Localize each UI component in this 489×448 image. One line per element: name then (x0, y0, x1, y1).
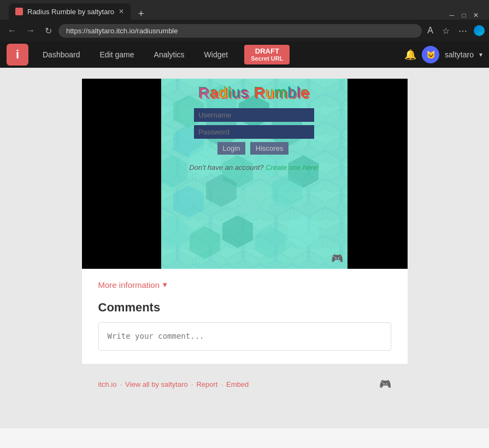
footer-sep-1: · (120, 380, 122, 388)
username-input[interactable] (194, 108, 314, 122)
itch-logo[interactable]: i (7, 44, 28, 66)
dashboard-link[interactable]: Dashboard (33, 42, 90, 68)
forward-btn[interactable]: → (23, 25, 38, 37)
favorites-btn[interactable]: ☆ (440, 25, 452, 37)
more-info-link[interactable]: More information ▾ (98, 280, 391, 290)
tab-favicon (15, 8, 23, 15)
game-frame: Radius Rumble Login Hiscores Don't have … (82, 79, 408, 269)
password-input[interactable] (194, 125, 314, 139)
hex-background (161, 79, 347, 269)
login-btn[interactable]: Login (217, 142, 246, 155)
username-label[interactable]: saltytaro (445, 50, 474, 59)
game-container: Radius Rumble Login Hiscores Don't have … (82, 79, 408, 269)
page-footer: itch.io · View all by saltytaro · Report… (82, 369, 408, 399)
view-all-link[interactable]: View all by saltytaro (125, 380, 188, 388)
edit-game-link[interactable]: Edit game (90, 42, 144, 68)
refresh-btn[interactable]: ↻ (42, 25, 55, 37)
draft-secret-url-btn[interactable]: DRAFT Secret URL (244, 45, 290, 65)
app-nav: i Dashboard Edit game Analytics Widget D… (0, 42, 489, 68)
black-left (82, 79, 161, 269)
dont-have-account: Don't have an account? Create one here! (189, 163, 319, 172)
comments-section: Comments (82, 300, 408, 364)
create-account-link[interactable]: Create one here! (266, 163, 319, 172)
translate-btn[interactable]: A (425, 25, 435, 37)
hiscores-btn[interactable]: Hiscores (250, 142, 289, 155)
game-buttons: Login Hiscores (217, 142, 291, 155)
window-controls: ─ □ ✕ (447, 11, 480, 20)
more-info-label: More information (98, 280, 160, 290)
address-bar: ← → ↻ A ☆ ⋯ (0, 20, 489, 42)
draft-label: DRAFT (251, 47, 283, 56)
settings-btn[interactable]: ⋯ (456, 25, 469, 37)
comments-title: Comments (98, 300, 391, 315)
embed-link[interactable]: Embed (226, 380, 249, 388)
widget-link[interactable]: Widget (195, 42, 238, 68)
notification-bell[interactable]: 🔔 (404, 49, 416, 61)
avatar[interactable]: 🐱 (422, 46, 439, 63)
username-chevron[interactable]: ▾ (479, 51, 482, 58)
itch-link[interactable]: itch.io (98, 380, 117, 388)
secret-url-label: Secret URL (251, 55, 283, 62)
nav-right: 🔔 🐱 saltytaro ▾ (404, 46, 482, 63)
url-input[interactable] (58, 24, 422, 38)
title-bar: Radius Rumble by saltytaro ✕ + ─ □ ✕ (0, 0, 489, 20)
logo-letter: i (16, 48, 19, 62)
comment-textarea[interactable] (98, 322, 391, 351)
more-info-chevron: ▾ (163, 280, 167, 290)
active-tab[interactable]: Radius Rumble by saltytaro ✕ (9, 3, 131, 20)
tab-bar: Radius Rumble by saltytaro ✕ + ─ □ ✕ (4, 0, 485, 20)
avatar-emoji: 🐱 (426, 50, 435, 59)
main-content: Radius Rumble Login Hiscores Don't have … (0, 68, 489, 428)
new-tab-btn[interactable]: + (134, 8, 149, 20)
footer-game-icon: 🎮 (379, 378, 391, 390)
footer-sep-3: · (221, 380, 223, 388)
browser-chrome: Radius Rumble by saltytaro ✕ + ─ □ ✕ ← →… (0, 0, 489, 42)
footer-sep-2: · (191, 380, 193, 388)
report-link[interactable]: Report (196, 380, 217, 388)
dont-have-text: Don't have an account? (189, 163, 263, 172)
game-corner-icon: 🎮 (331, 252, 343, 264)
tab-close-btn[interactable]: ✕ (119, 8, 124, 15)
tab-title: Radius Rumble by saltytaro (27, 8, 114, 16)
browser-actions: A ☆ ⋯ (425, 25, 485, 37)
edge-logo (474, 25, 485, 36)
black-right (347, 79, 408, 269)
more-info-section: More information ▾ (82, 269, 408, 300)
close-btn[interactable]: ✕ (472, 11, 480, 20)
maximize-btn[interactable]: □ (459, 11, 468, 20)
back-btn[interactable]: ← (4, 25, 20, 37)
minimize-btn[interactable]: ─ (447, 11, 456, 20)
game-title: Radius Rumble (198, 84, 310, 102)
game-content: Radius Rumble Login Hiscores Don't have … (161, 79, 347, 269)
analytics-link[interactable]: Analytics (144, 42, 195, 68)
